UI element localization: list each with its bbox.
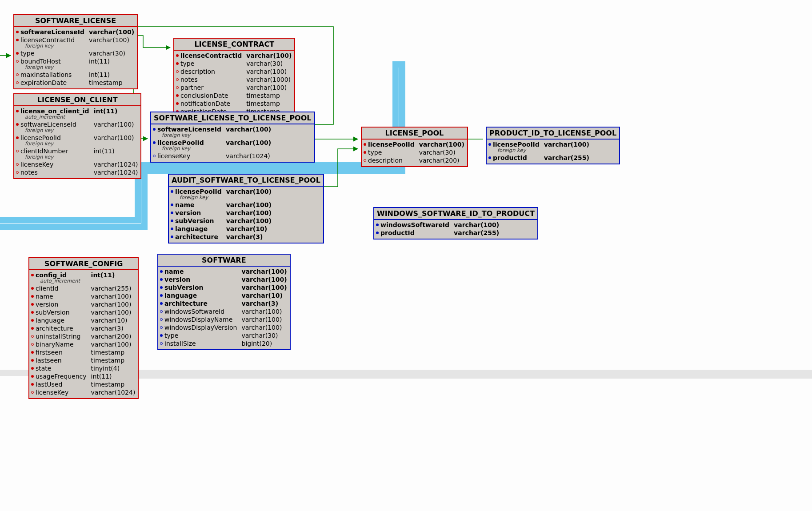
entity-windows-software-id-to-product[interactable]: WINDOWS_SOFTWARE_ID_TO_PRODUCTwindowsSof… bbox=[373, 207, 538, 240]
column-name: licenseKey bbox=[154, 152, 221, 160]
columns-grid: licensePoolIdvarchar(100)foreign keyname… bbox=[169, 187, 323, 243]
notnull-marker-icon bbox=[16, 123, 19, 126]
er-diagram-canvas: SOFTWARE_LICENSEsoftwareLicenseIdvarchar… bbox=[0, 0, 812, 511]
notnull-marker-icon bbox=[171, 228, 173, 230]
column-type: varchar(10) bbox=[242, 291, 287, 299]
column-name: name bbox=[172, 201, 222, 209]
nullable-marker-icon bbox=[153, 155, 156, 157]
column-type: int(11) bbox=[91, 372, 136, 380]
notnull-marker-icon bbox=[31, 383, 34, 386]
column-type: varchar(30) bbox=[246, 60, 292, 68]
notnull-marker-icon bbox=[153, 141, 156, 144]
column-name: installSize bbox=[161, 339, 237, 347]
notnull-marker-icon bbox=[31, 327, 34, 330]
column-type: varchar(10) bbox=[226, 225, 272, 233]
column-name: notificationDate bbox=[177, 100, 242, 108]
column-name: clientIdNumber bbox=[17, 147, 89, 155]
column-name: description bbox=[177, 68, 242, 76]
columns-grid: licenseContractIdvarchar(100)typevarchar… bbox=[174, 51, 294, 117]
column-type: timestamp bbox=[246, 100, 292, 108]
column-type: tinyint(4) bbox=[91, 364, 136, 372]
column-name: architecture bbox=[172, 233, 222, 241]
notnull-marker-icon bbox=[31, 375, 34, 378]
entity-software-license[interactable]: SOFTWARE_LICENSEsoftwareLicenseIdvarchar… bbox=[13, 14, 138, 89]
entity-title: AUDIT_SOFTWARE_TO_LICENSE_POOL bbox=[169, 175, 323, 187]
column-name: licensePoolId bbox=[17, 134, 89, 142]
column-type: varchar(1024) bbox=[91, 388, 136, 396]
column-type: varchar(100) bbox=[91, 300, 136, 308]
notnull-marker-icon bbox=[31, 319, 34, 322]
column-name: licenseContractId bbox=[17, 36, 84, 44]
entity-title: SOFTWARE bbox=[158, 255, 290, 267]
notnull-marker-icon bbox=[31, 274, 34, 276]
nullable-marker-icon bbox=[31, 343, 34, 346]
column-name: type bbox=[161, 331, 237, 339]
column-name: productId bbox=[489, 154, 540, 162]
nullable-marker-icon bbox=[364, 159, 366, 162]
column-name: description bbox=[364, 156, 415, 164]
notnull-marker-icon bbox=[376, 232, 379, 234]
notnull-marker-icon bbox=[16, 31, 19, 33]
column-name: notes bbox=[17, 168, 89, 176]
column-type: varchar(100) bbox=[91, 340, 136, 348]
notnull-marker-icon bbox=[488, 156, 491, 159]
column-type: varchar(1024) bbox=[94, 168, 138, 176]
column-name: language bbox=[172, 225, 222, 233]
column-type: varchar(100) bbox=[242, 315, 287, 323]
nullable-marker-icon bbox=[160, 342, 163, 345]
column-type: varchar(100) bbox=[242, 275, 287, 283]
column-name: type bbox=[364, 148, 415, 156]
notnull-marker-icon bbox=[488, 143, 491, 146]
column-type: varchar(30) bbox=[89, 49, 134, 57]
column-name: subVersion bbox=[32, 308, 87, 316]
nullable-marker-icon bbox=[16, 150, 19, 152]
column-name: type bbox=[177, 60, 242, 68]
entity-software-license-to-license-pool[interactable]: SOFTWARE_LICENSE_TO_LICENSE_POOLsoftware… bbox=[150, 112, 315, 163]
column-name: windowsSoftwareId bbox=[377, 221, 449, 229]
columns-grid: licensePoolIdvarchar(100)typevarchar(30)… bbox=[362, 140, 467, 166]
notnull-marker-icon bbox=[160, 286, 163, 289]
entity-license-on-client[interactable]: LICENSE_ON_CLIENTlicense_on_client_idint… bbox=[13, 93, 141, 179]
column-type: varchar(100) bbox=[226, 209, 272, 217]
column-name: architecture bbox=[32, 324, 87, 332]
notnull-marker-icon bbox=[364, 151, 366, 154]
column-name: name bbox=[32, 292, 87, 300]
notnull-marker-icon bbox=[176, 102, 179, 105]
columns-grid: license_on_client_idint(11)auto_incremen… bbox=[14, 106, 140, 178]
column-name: clientId bbox=[32, 284, 87, 292]
notnull-marker-icon bbox=[160, 302, 163, 305]
entity-license-pool[interactable]: LICENSE_POOLlicensePoolIdvarchar(100)typ… bbox=[361, 127, 468, 167]
notnull-marker-icon bbox=[171, 220, 173, 222]
entity-software-config[interactable]: SOFTWARE_CONFIGconfig_idint(11)auto_incr… bbox=[28, 257, 139, 399]
column-name: state bbox=[32, 364, 87, 372]
column-type: varchar(100) bbox=[454, 221, 499, 229]
column-type: varchar(10) bbox=[91, 316, 136, 324]
notnull-marker-icon bbox=[153, 128, 156, 131]
column-name: maxInstallations bbox=[17, 71, 84, 79]
column-type: varchar(255) bbox=[454, 229, 499, 237]
notnull-marker-icon bbox=[31, 351, 34, 354]
columns-grid: licensePoolIdvarchar(100)foreign keyprod… bbox=[487, 140, 619, 164]
notnull-marker-icon bbox=[31, 311, 34, 314]
column-name: softwareLicenseId bbox=[17, 28, 84, 36]
column-name: productId bbox=[377, 229, 449, 237]
column-name: conclusionDate bbox=[177, 92, 242, 100]
column-name: licensePoolId bbox=[172, 188, 222, 196]
column-name: expirationDate bbox=[17, 79, 84, 87]
entity-license-contract[interactable]: LICENSE_CONTRACTlicenseContractIdvarchar… bbox=[173, 38, 295, 118]
nullable-marker-icon bbox=[16, 73, 19, 76]
notnull-marker-icon bbox=[160, 270, 163, 273]
nullable-marker-icon bbox=[160, 318, 163, 321]
column-name: licenseKey bbox=[17, 160, 89, 168]
entity-product-id-to-license-pool[interactable]: PRODUCT_ID_TO_LICENSE_POOLlicensePoolIdv… bbox=[486, 127, 620, 164]
notnull-marker-icon bbox=[364, 143, 366, 146]
notnull-marker-icon bbox=[31, 359, 34, 362]
column-name: subVersion bbox=[172, 217, 222, 225]
column-name: licenseKey bbox=[32, 388, 87, 396]
notnull-marker-icon bbox=[31, 287, 34, 290]
notnull-marker-icon bbox=[176, 54, 179, 57]
nullable-marker-icon bbox=[160, 326, 163, 329]
entity-software[interactable]: SOFTWAREnamevarchar(100)versionvarchar(1… bbox=[157, 254, 291, 350]
entity-audit-software-to-license-pool[interactable]: AUDIT_SOFTWARE_TO_LICENSE_POOLlicensePoo… bbox=[168, 174, 324, 244]
column-name: licensePoolId bbox=[489, 140, 540, 148]
